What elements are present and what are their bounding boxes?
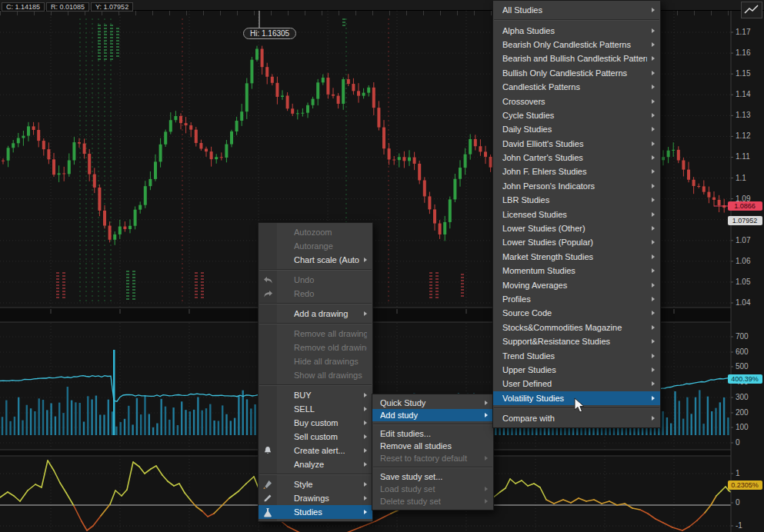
menu-item-studies[interactable]: Studies: [259, 505, 372, 519]
submenu-arrow-icon: [364, 496, 367, 500]
menu-separator: [494, 19, 659, 21]
svg-text:1.07952: 1.07952: [732, 217, 758, 224]
menu-item-analyze[interactable]: Analyze: [259, 457, 372, 471]
menu-item-edit-studies[interactable]: Edit studies...: [372, 427, 493, 440]
menu-item-support-resistance-studies[interactable]: Support&Resistance Studies: [493, 334, 660, 348]
menu-item-remove-old-drawings: Remove old drawings: [259, 341, 372, 354]
menu-item-crossovers[interactable]: Crossovers: [493, 94, 660, 108]
menu-item-sell-custom[interactable]: Sell custom: [259, 430, 372, 444]
menu-item-licensed-studies[interactable]: Licensed Studies: [493, 207, 660, 221]
style-icon: [259, 477, 277, 491]
svg-text:700: 700: [736, 332, 749, 341]
zigzag-chart-icon[interactable]: [741, 2, 762, 18]
submenu-arrow-icon: [364, 462, 367, 467]
trading-app-window: 1.171.161.151.141.131.121.111.11.091.081…: [0, 0, 764, 532]
svg-text:1.07: 1.07: [736, 236, 751, 244]
menu-item-bearish-and-bullish-candlestick-patterns[interactable]: Bearish and Bullish Candlestick Patterns: [493, 52, 660, 65]
menu-item-remove-all-drawings: Remove all drawings: [259, 327, 372, 341]
menu-item-candlestick-patterns[interactable]: Candlestick Patterns: [493, 80, 660, 94]
menu-item-momentum-studies[interactable]: Momentum Studies: [493, 264, 660, 278]
menu-item-source-code[interactable]: Source Code: [493, 306, 660, 320]
menu-item-reset-to-factory-default: Reset to factory default: [372, 452, 493, 464]
price-info-chips: C: 1.14185R: 0.01085Y: 1.07952: [0, 0, 133, 12]
menu-separator: [259, 323, 372, 324]
menu-item-upper-studies[interactable]: Upper Studies: [493, 363, 660, 377]
menu-item-bullish-only-candlestick-patterns[interactable]: Bullish Only Candlestick Patterns: [493, 66, 660, 80]
high-value-tooltip: Hi: 1.16305: [243, 28, 296, 39]
menu-item-quick-study[interactable]: Quick Study: [372, 397, 493, 409]
menu-item-user-defined[interactable]: User Defined: [493, 377, 660, 391]
icon-gutter: [259, 253, 277, 267]
menu-item-daily-studies[interactable]: Daily Studies: [493, 122, 660, 136]
menu-item-lower-studies-popular[interactable]: Lower Studies (Popular): [493, 235, 660, 249]
menu-item-chart-scale-auto[interactable]: Chart scale (Auto): [259, 253, 372, 267]
submenu-arrow-icon: [652, 254, 655, 259]
submenu-arrow-icon: [652, 339, 655, 344]
svg-text:1.12: 1.12: [736, 131, 751, 140]
menu-item-label: Undo: [294, 275, 367, 284]
menu-item-add-a-drawing[interactable]: Add a drawing: [259, 307, 372, 321]
svg-text:1.13: 1.13: [736, 111, 751, 119]
submenu-arrow-icon: [364, 393, 367, 397]
submenu-arrow-icon: [652, 297, 655, 301]
menu-item-john-f-ehlers-studies[interactable]: John F. Ehlers Studies: [493, 165, 660, 178]
menu-item-label: LBR Studies: [502, 195, 647, 204]
menu-item-label: Stocks&Commodities Magazine: [502, 323, 647, 332]
submenu-arrow-icon: [652, 283, 655, 288]
redo-icon: [259, 287, 277, 301]
menu-item-david-elliott-s-studies[interactable]: David Elliott's Studies: [493, 137, 660, 151]
menu-item-trend-studies[interactable]: Trend Studies: [493, 348, 660, 362]
menu-item-john-person-s-indicators[interactable]: John Person's Indicators: [493, 179, 660, 193]
submenu-arrow-icon: [652, 198, 655, 202]
submenu-arrow-icon: [652, 56, 655, 61]
icon-gutter: [259, 402, 277, 416]
menu-item-cycle-studies[interactable]: Cycle Studies: [493, 108, 660, 122]
menu-item-label: John Person's Indicators: [502, 181, 647, 191]
menu-item-save-study-set[interactable]: Save study set...: [372, 470, 493, 483]
svg-text:0: 0: [736, 498, 740, 507]
submenu-arrow-icon: [652, 28, 655, 33]
submenu-arrow-icon: [652, 226, 655, 231]
menu-item-style[interactable]: Style: [259, 477, 372, 491]
svg-text:1: 1: [736, 469, 740, 477]
menu-item-stocks-commodities-magazine[interactable]: Stocks&Commodities Magazine: [493, 321, 660, 334]
menu-item-all-studies[interactable]: All Studies: [493, 3, 660, 17]
menu-item-label: David Elliott's Studies: [502, 139, 647, 148]
menu-item-lower-studies-other[interactable]: Lower Studies (Other): [493, 221, 660, 235]
menu-item-label: Cycle Studies: [502, 111, 647, 120]
menu-item-redo: Redo: [259, 287, 372, 301]
menu-item-bearish-only-candlestick-patterns[interactable]: Bearish Only Candlestick Patterns: [493, 38, 660, 52]
menu-item-john-carter-s-studies[interactable]: John Carter's Studies: [493, 151, 660, 165]
menu-item-label: Daily Studies: [502, 125, 647, 134]
menu-item-alpha-studies[interactable]: Alpha Studies: [493, 23, 660, 37]
menu-item-label: Drawings: [294, 494, 359, 503]
icon-gutter: [259, 416, 277, 430]
submenu-arrow-icon: [364, 448, 367, 453]
menu-item-create-alert[interactable]: Create alert...: [259, 444, 372, 457]
menu-item-label: Chart scale (Auto): [294, 255, 359, 264]
submenu-arrow-icon: [652, 354, 655, 358]
menu-item-add-study[interactable]: Add study: [372, 409, 493, 421]
menu-item-drawings[interactable]: Drawings: [259, 491, 372, 505]
svg-text:600: 600: [736, 347, 749, 356]
menu-item-hide-all-drawings: Hide all drawings: [259, 354, 372, 368]
menu-item-lbr-studies[interactable]: LBR Studies: [493, 193, 660, 207]
menu-item-delete-study-set: Delete study set: [372, 495, 493, 507]
icon-gutter: [259, 430, 277, 444]
zigzag-line: [743, 4, 760, 16]
submenu-arrow-icon: [364, 311, 367, 316]
menu-item-label: Style: [294, 480, 359, 489]
menu-item-sell[interactable]: SELL: [259, 402, 372, 416]
icon-gutter: [259, 327, 277, 341]
menu-item-remove-all-studies[interactable]: Remove all studies: [372, 440, 493, 452]
mouse-cursor: [574, 397, 586, 414]
menu-item-label: Candlestick Patterns: [502, 82, 647, 91]
menu-item-label: BUY: [294, 391, 359, 400]
menu-item-market-strength-studies[interactable]: Market Strength Studies: [493, 250, 660, 264]
menu-item-moving-averages[interactable]: Moving Averages: [493, 278, 660, 291]
menu-item-undo: Undo: [259, 273, 372, 287]
menu-item-buy[interactable]: BUY: [259, 388, 372, 402]
flask-icon: [259, 505, 277, 519]
menu-item-buy-custom[interactable]: Buy custom: [259, 416, 372, 430]
menu-item-profiles[interactable]: Profiles: [493, 292, 660, 306]
